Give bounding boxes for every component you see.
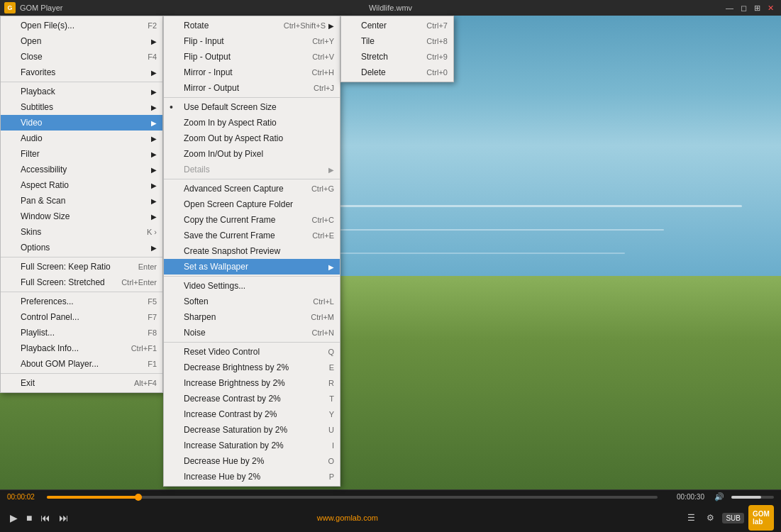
menu-preferences[interactable]: Preferences... F5 (1, 294, 162, 309)
menu-window-size[interactable]: Window Size ▶ (1, 209, 162, 224)
menu-favorites-label: Favorites (21, 67, 55, 77)
close-button[interactable]: ✕ (765, 0, 777, 16)
vm-inc-hue[interactable]: Increase Hue by 2% P (164, 469, 340, 484)
vm-mirror-input-shortcut: Ctrl+H (298, 68, 334, 77)
menu-close[interactable]: Close F4 (1, 49, 162, 65)
menu-accessibility[interactable]: Accessibility ▶ (1, 162, 162, 177)
separator-3 (1, 292, 162, 292)
menu-fullscreen-ratio[interactable]: Full Screen: Keep Ratio Enter (1, 259, 162, 275)
vm-noise-label: Noise (184, 328, 206, 338)
menu-playlist-label: Playlist... (21, 328, 55, 338)
menu-pan-scan[interactable]: Pan & Scan ▶ (1, 193, 162, 209)
menu-subtitles[interactable]: Subtitles ▶ (1, 99, 162, 115)
menu-video[interactable]: Video ▶ (1, 115, 162, 131)
wp-stretch-label: Stretch (361, 52, 388, 62)
vm-flip-output[interactable]: Flip - Output Ctrl+V (164, 49, 340, 65)
gomlab-url: www.gomlab.com (317, 514, 378, 522)
menu-aspect-ratio[interactable]: Aspect Ratio ▶ (1, 177, 162, 193)
vm-dec-contrast-label: Decrease Contrast by 2% (184, 394, 281, 404)
vm-copy-frame[interactable]: Copy the Current Frame Ctrl+C (164, 212, 340, 228)
menu-playlist[interactable]: Playlist... F8 (1, 325, 162, 340)
vm-noise[interactable]: Noise Ctrl+N (164, 325, 340, 340)
vm-sharpen[interactable]: Sharpen Ctrl+M (164, 309, 340, 325)
menu-audio[interactable]: Audio ▶ (1, 131, 162, 146)
vm-dec-brightness-shortcut: E (315, 363, 334, 372)
menu-close-label: Close (21, 52, 43, 62)
menu-playback-info[interactable]: Playback Info... Ctrl+F1 (1, 340, 162, 356)
settings-icon-btn[interactable]: ⚙ (703, 511, 718, 525)
wp-tile[interactable]: Tile Ctrl+8 (341, 33, 453, 49)
vm-adv-capture[interactable]: Advanced Screen Capture Ctrl+G (164, 181, 340, 196)
menu-options[interactable]: Options ▶ (1, 240, 162, 255)
vm-zoom-in-aspect[interactable]: Zoom In by Aspect Ratio (164, 115, 340, 131)
menu-accessibility-arrow: ▶ (151, 166, 157, 174)
volume-bar[interactable] (731, 496, 774, 499)
wp-stretch[interactable]: Stretch Ctrl+9 (341, 49, 453, 65)
prev-button[interactable]: ⏮ (38, 509, 53, 526)
vm-mirror-output-shortcut: Ctrl+J (299, 84, 334, 92)
vm-mirror-input[interactable]: Mirror - Input Ctrl+H (164, 65, 340, 80)
vm-open-capture-folder-label: Open Screen Capture Folder (184, 199, 293, 209)
menu-fullscreen-stretched[interactable]: Full Screen: Stretched Ctrl+Enter (1, 275, 162, 290)
menu-skins[interactable]: Skins K › (1, 224, 162, 240)
vm-set-wallpaper[interactable]: Set as Wallpaper ▶ (164, 259, 340, 275)
vm-dec-hue[interactable]: Decrease Hue by 2% O (164, 453, 340, 469)
gomlab-icon[interactable]: GOMlab (748, 505, 774, 531)
progress-bar[interactable] (47, 496, 658, 499)
menu-open[interactable]: Open ▶ (1, 33, 162, 49)
menu-fullscreen-ratio-shortcut: Enter (124, 262, 157, 271)
vm-dec-saturation-label: Decrease Saturation by 2% (184, 425, 287, 435)
vm-snapshot-preview[interactable]: Create Snapshot Preview (164, 243, 340, 259)
vm-flip-input[interactable]: Flip - Input Ctrl+Y (164, 33, 340, 49)
resize-button[interactable]: ⊞ (751, 0, 763, 16)
wp-delete[interactable]: Delete Ctrl+0 (341, 65, 453, 80)
menu-about[interactable]: About GOM Player... F1 (1, 356, 162, 372)
vm-zoom-pixel[interactable]: Zoom In/Out by Pixel (164, 146, 340, 162)
menu-open-files[interactable]: Open File(s)... F2 (1, 18, 162, 33)
next-button[interactable]: ⏭ (56, 509, 72, 526)
subtitle-btn[interactable]: SUB (722, 513, 744, 523)
vm-rotate[interactable]: Rotate Ctrl+Shift+S ▶ (164, 18, 340, 33)
stop-button[interactable]: ■ (23, 509, 35, 526)
vm-open-capture-folder[interactable]: Open Screen Capture Folder (164, 196, 340, 212)
vm-dec-contrast-shortcut: T (315, 394, 334, 403)
vm-reset-video[interactable]: Reset Video Control Q (164, 344, 340, 360)
menu-subtitles-label: Subtitles (21, 102, 53, 112)
wp-center[interactable]: Center Ctrl+7 (341, 18, 453, 33)
vm-sep-2 (164, 179, 340, 179)
vm-dec-brightness[interactable]: Decrease Brightness by 2% E (164, 360, 340, 375)
vm-default-screen[interactable]: • Use Default Screen Size (164, 99, 340, 115)
vm-dec-saturation[interactable]: Decrease Saturation by 2% U (164, 422, 340, 438)
vm-save-frame-shortcut: Ctrl+E (298, 231, 334, 240)
menu-playback[interactable]: Playback ▶ (1, 84, 162, 99)
menu-control-panel[interactable]: Control Panel... F7 (1, 309, 162, 325)
menu-playback-arrow: ▶ (151, 88, 157, 96)
vm-dec-contrast[interactable]: Decrease Contrast by 2% T (164, 391, 340, 406)
restore-button[interactable]: ◻ (738, 0, 750, 16)
vm-copy-frame-shortcut: Ctrl+C (298, 216, 334, 224)
vm-video-settings-label: Video Settings... (184, 281, 245, 291)
minimize-button[interactable]: — (723, 0, 736, 16)
vm-video-settings[interactable]: Video Settings... (164, 278, 340, 294)
vm-details[interactable]: Details ▶ (164, 162, 340, 177)
menu-video-label: Video (21, 118, 42, 128)
menu-exit[interactable]: Exit Alt+F4 (1, 375, 162, 391)
play-button[interactable]: ▶ (7, 509, 21, 526)
vm-mirror-output[interactable]: Mirror - Output Ctrl+J (164, 80, 340, 96)
menu-open-files-label: Open File(s)... (21, 21, 74, 31)
menu-favorites[interactable]: Favorites ▶ (1, 65, 162, 80)
menu-skins-shortcut: K › (133, 228, 157, 236)
menu-control-panel-label: Control Panel... (21, 312, 79, 322)
vm-zoom-out-aspect[interactable]: Zoom Out by Aspect Ratio (164, 131, 340, 146)
right-icons: ☰ ⚙ SUB GOMlab (684, 505, 774, 531)
vm-flip-output-shortcut: Ctrl+V (298, 52, 334, 61)
wp-center-label: Center (361, 21, 387, 31)
vm-inc-brightness[interactable]: Increase Brightness by 2% R (164, 375, 340, 391)
vm-inc-saturation[interactable]: Increase Saturation by 2% I (164, 438, 340, 453)
menu-filter[interactable]: Filter ▶ (1, 146, 162, 162)
vm-soften[interactable]: Soften Ctrl+L (164, 294, 340, 309)
vm-inc-contrast[interactable]: Increase Contrast by 2% Y (164, 406, 340, 422)
playlist-icon-btn[interactable]: ☰ (684, 511, 699, 525)
vm-save-frame[interactable]: Save the Current Frame Ctrl+E (164, 228, 340, 243)
wallpaper-submenu: Center Ctrl+7 Tile Ctrl+8 Stretch Ctrl+9… (340, 16, 454, 82)
